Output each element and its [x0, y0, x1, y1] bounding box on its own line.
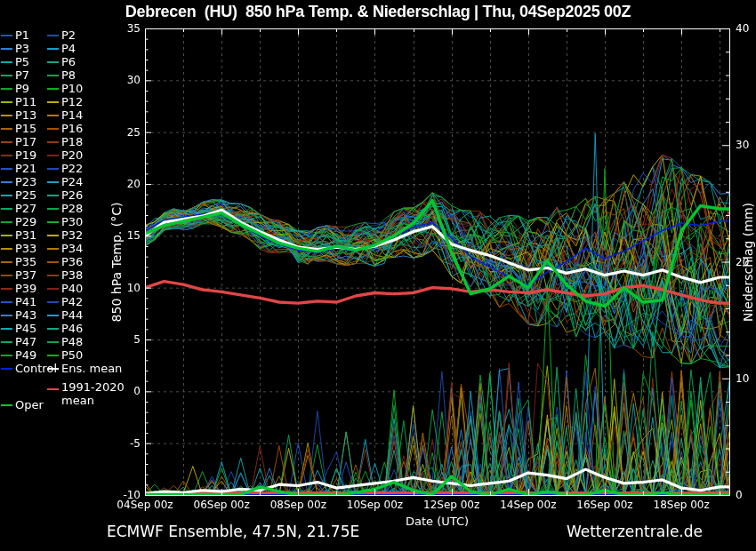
legend-member-P3: P3: [1, 42, 29, 55]
legend-member-label: P25: [15, 189, 36, 201]
legend-member-label: P47: [15, 336, 36, 347]
legend-member-P9: P9: [1, 82, 29, 95]
member-line-swatch: [1, 208, 12, 210]
legend-member-label: P46: [61, 323, 83, 334]
legend-ens-mean-label: Ens. mean: [61, 363, 122, 374]
member-line-swatch: [1, 221, 12, 223]
left-tick-label: 15: [105, 230, 141, 241]
legend-member-label: P32: [61, 229, 83, 241]
legend-member-P36: P36: [47, 255, 83, 268]
legend-member-label: P42: [61, 296, 83, 307]
legend-oper: Oper: [1, 398, 44, 411]
legend-member-label: P39: [15, 283, 36, 294]
member-line-swatch: [1, 275, 12, 276]
member-line-swatch: [47, 48, 59, 50]
ensemble-plot-page: Debrecen (HU) 850 hPa Temp. & Niederschl…: [0, 0, 756, 551]
legend-member-label: P26: [61, 189, 83, 201]
legend-member-label: P5: [15, 56, 29, 68]
legend-member-label: P10: [61, 83, 83, 94]
legend-member-P18: P18: [47, 135, 83, 148]
legend-member-P10: P10: [47, 82, 83, 95]
legend-member-label: P13: [15, 109, 36, 121]
member-line-swatch: [1, 181, 12, 183]
legend-member-label: P29: [15, 216, 36, 228]
legend-member-label: P16: [61, 123, 83, 134]
member-line-swatch: [47, 208, 59, 210]
member-line-swatch: [47, 155, 59, 156]
member-line-swatch: [47, 101, 59, 103]
legend-member-P41: P41: [1, 295, 36, 308]
member-line-swatch: [1, 168, 12, 170]
legend-member-label: P7: [15, 69, 29, 81]
x-tick-label: 04Sep 00z: [109, 499, 181, 510]
member-line-swatch: [47, 235, 59, 236]
member-line-swatch: [1, 328, 12, 330]
legend-member-label: P2: [61, 29, 76, 41]
legend-member-P13: P13: [1, 108, 36, 122]
legend-member-label: P36: [61, 256, 83, 268]
legend-member-P45: P45: [1, 322, 36, 335]
legend-member-P20: P20: [47, 148, 83, 162]
legend-member-label: P48: [61, 336, 83, 347]
legend-member-label: P14: [61, 109, 83, 121]
legend-member-P7: P7: [1, 68, 29, 82]
member-line-swatch: [1, 88, 12, 90]
legend-member-P30: P30: [47, 215, 83, 228]
legend-member-P22: P22: [47, 162, 83, 175]
right-tick-label: 20: [736, 257, 756, 268]
legend-member-P2: P2: [47, 28, 76, 42]
legend-member-P34: P34: [47, 242, 83, 255]
member-line-swatch: [47, 61, 59, 63]
legend-member-P27: P27: [1, 202, 36, 215]
x-tick-label: 18Sep 00z: [646, 499, 717, 510]
climate-mean-line-swatch: [47, 388, 59, 390]
legend-member-P49: P49: [1, 348, 36, 362]
legend-member-label: P18: [61, 136, 83, 148]
legend-member-label: P37: [15, 269, 36, 281]
member-line-swatch: [47, 341, 59, 343]
member-line-swatch: [47, 355, 59, 356]
legend-member-label: P28: [61, 203, 83, 214]
member-line-swatch: [1, 288, 12, 290]
legend-member-P44: P44: [47, 308, 83, 322]
member-line-swatch: [47, 328, 59, 330]
legend-member-P47: P47: [1, 335, 36, 348]
left-tick-label: 30: [105, 75, 141, 85]
legend-member-label: P9: [15, 83, 29, 94]
x-tick-label: 08Sep 00z: [262, 499, 334, 510]
legend-member-P6: P6: [47, 55, 76, 68]
legend-member-P39: P39: [1, 282, 36, 295]
legend-climate-mean-line2: mean: [61, 395, 94, 406]
legend-member-P15: P15: [1, 122, 36, 135]
member-line-swatch: [47, 168, 59, 170]
x-tick-label: 16Sep 00z: [569, 499, 640, 510]
legend-member-label: P49: [15, 349, 36, 361]
member-line-swatch: [1, 75, 12, 76]
x-tick-label: 14Sep 00z: [493, 499, 564, 510]
chart-title: Debrecen (HU) 850 hPa Temp. & Niederschl…: [0, 3, 756, 21]
member-line-swatch: [47, 181, 59, 183]
member-line-swatch: [1, 341, 12, 343]
member-line-swatch: [1, 301, 12, 303]
legend-member-label: P11: [15, 96, 36, 108]
legend-member-label: P34: [61, 243, 83, 254]
member-line-swatch: [47, 35, 59, 36]
x-tick-label: 06Sep 00z: [186, 499, 257, 510]
legend-member-label: P8: [61, 69, 76, 81]
left-tick-label: 0: [105, 386, 141, 396]
legend-member-label: P3: [15, 43, 29, 54]
left-tick-label: 25: [105, 127, 141, 138]
member-line-swatch: [47, 195, 59, 196]
legend-member-P35: P35: [1, 255, 36, 268]
right-tick-label: 10: [736, 373, 756, 384]
member-line-swatch: [47, 261, 59, 263]
legend-member-P42: P42: [47, 295, 83, 308]
legend-member-P23: P23: [1, 175, 36, 188]
legend-member-P38: P38: [47, 268, 83, 282]
member-line-swatch: [47, 128, 59, 130]
legend-member-label: P12: [61, 96, 83, 108]
member-line-swatch: [47, 221, 59, 223]
member-line-swatch: [47, 115, 59, 116]
oper-line-swatch: [1, 404, 12, 406]
member-line-swatch: [1, 115, 12, 116]
